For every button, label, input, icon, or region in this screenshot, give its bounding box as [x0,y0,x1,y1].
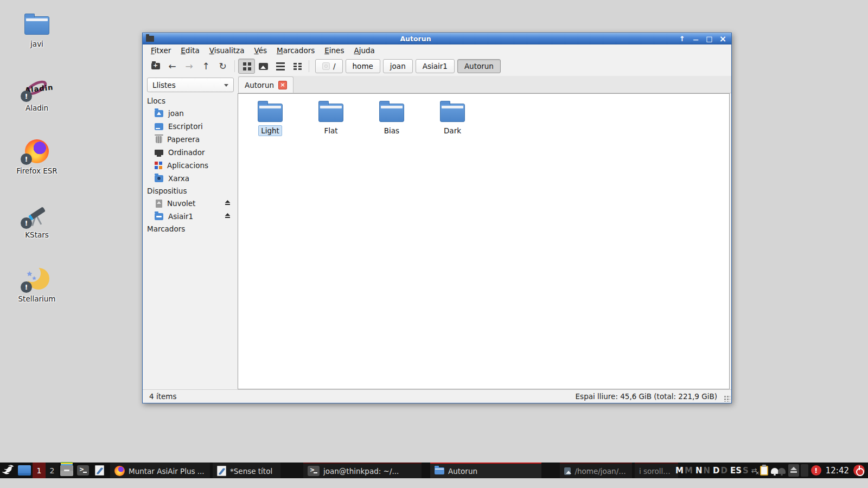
removable-media-tray-icon[interactable] [788,464,799,477]
workspace-1[interactable]: 1 [33,463,46,478]
system-tray: M M N N D D ES S 12:42 [675,463,865,478]
input-switch-icon[interactable] [751,466,757,474]
breadcrumb-root[interactable]: / [315,59,343,73]
sidebar-mode-select[interactable]: Llistes [147,78,234,92]
menu-visualitza[interactable]: Visualitza [205,45,250,56]
sidebar-item-ordinador[interactable]: Ordinador [143,146,238,159]
desktop-icon-stellarium[interactable]: ! Stellarium [9,267,65,303]
grid-view-icon [243,62,246,66]
clipboard-icon[interactable] [760,466,768,476]
file-item-light[interactable]: Light [246,101,295,136]
file-cabinet-icon [60,465,73,476]
notification-bell-icon[interactable] [771,468,778,474]
menu-ajuda[interactable]: Ajuda [349,45,379,56]
compact-view-icon [293,63,297,65]
sidebar-header-bookmarks: Marcadors [143,223,238,235]
folder-icon [23,12,50,37]
tab-autorun[interactable]: Autorun [238,76,293,93]
terminal-launcher[interactable] [75,463,91,478]
sidebar-item-escriptori[interactable]: Escriptori [143,120,238,133]
file-label: Dark [441,125,464,136]
alert-badge-icon[interactable] [811,465,821,476]
menu-fitxer[interactable]: Fitxer [146,45,176,56]
task-autorun-active[interactable]: Autorun [430,463,541,478]
home-folder-icon [155,110,163,117]
clock[interactable]: 12:42 [826,466,849,476]
menu-marcadors[interactable]: Marcadors [272,45,320,56]
text-editor-launcher[interactable] [91,463,107,478]
file-item-flat[interactable]: Flat [307,101,355,136]
desktop-icon-javi[interactable]: javi [9,12,65,48]
new-tab-button[interactable] [147,59,164,74]
sidebar-mode-value: Llistes [152,81,176,89]
show-desktop-button[interactable] [16,463,33,478]
tray-dim-icon [801,464,808,477]
sidebar-item-aplicacions[interactable]: Aplicacions [143,159,238,172]
sidebar-item-asiair1[interactable]: Asiair1 [143,210,238,223]
desktop-icon-firefox-esr[interactable]: ! Firefox ESR [9,139,65,175]
thumbnail-view-icon [259,63,268,70]
menu-eines[interactable]: Eines [320,45,349,56]
breadcrumb-asiair1[interactable]: Asiair1 [416,59,455,73]
refresh-button[interactable] [214,59,231,74]
task-sorollet[interactable]: i sorollet... [635,463,678,478]
new-tab-icon [151,63,160,69]
sidebar-item-label: Escriptori [168,122,203,131]
forward-button[interactable] [181,59,197,74]
titlebar[interactable]: Autorun [143,33,731,44]
launcher-warning-badge: ! [21,91,32,102]
file-manager-launcher[interactable] [59,463,75,478]
sidebar: Llocs joan Escriptori Paperera Ordinador… [143,93,238,389]
desktop-icon-kstars[interactable]: ! KStars [9,203,65,239]
maximize-button[interactable] [703,34,716,43]
file-label: Flat [321,125,340,136]
sidebar-item-nuvolet[interactable]: Nuvolet [143,197,238,210]
list-view-button[interactable] [272,59,289,74]
tab-label: Autorun [245,81,274,89]
desktop-icon-label: Aladin [9,104,65,112]
task-sense-titol[interactable]: *Sense títol [213,463,280,478]
sidebar-item-joan[interactable]: joan [143,107,238,120]
file-item-dark[interactable]: Dark [428,101,477,136]
tray-indicator-n[interactable]: N [695,466,703,476]
file-item-bias[interactable]: Bias [367,101,416,136]
breadcrumb-home[interactable]: home [346,59,380,73]
power-button-icon[interactable] [853,465,865,476]
shade-button[interactable] [676,34,688,43]
tab-row: Llistes Autorun [143,76,731,93]
tray-indicator-d[interactable]: D [713,466,719,476]
up-button[interactable] [197,59,214,74]
icon-view-button[interactable] [238,59,255,74]
tab-close-icon[interactable] [278,81,287,89]
menu-edita[interactable]: Edita [176,45,204,56]
keyboard-layout-indicator[interactable]: ES [730,466,742,476]
desktop-icon-aladin[interactable]: Aladin ! Aladin [9,76,65,112]
eject-button[interactable] [224,199,231,208]
sidebar-item-xarxa[interactable]: Xarxa [143,172,238,185]
file-label: Light [258,125,282,136]
breadcrumb-joan[interactable]: joan [383,59,413,73]
task-muntar-asiair[interactable]: Muntar AsiAir Plus ... [110,463,210,478]
menubar: Fitxer Edita Visualitza Vés Marcadors Ei… [143,44,731,56]
workspace-2[interactable]: 2 [46,463,59,478]
app-menu-button[interactable] [0,463,16,478]
task-image-viewer[interactable]: /home/joan/Docum... [560,463,632,478]
back-button[interactable] [164,59,181,74]
window-folder-icon [146,36,154,42]
removable-folder-icon [155,213,163,220]
tray-indicator-m-ghost: M [685,466,693,476]
tray-indicator-m[interactable]: M [675,466,684,476]
sidebar-item-paperera[interactable]: Paperera [143,133,238,146]
eject-button[interactable] [224,212,231,221]
thumbnail-view-button[interactable] [255,59,272,74]
file-view[interactable]: Light Flat Bias Dark [238,93,730,389]
terminal-icon [77,465,89,476]
resize-grip[interactable] [724,395,730,402]
task-terminal[interactable]: joan@thinkpad: ~/... [303,463,422,478]
breadcrumb-autorun[interactable]: Autorun [457,59,501,73]
minimize-button[interactable] [690,34,702,43]
compact-view-button[interactable] [289,59,305,74]
menu-ves[interactable]: Vés [249,45,272,56]
sidebar-header-devices: Dispositius [143,185,238,197]
close-button[interactable] [717,34,729,43]
